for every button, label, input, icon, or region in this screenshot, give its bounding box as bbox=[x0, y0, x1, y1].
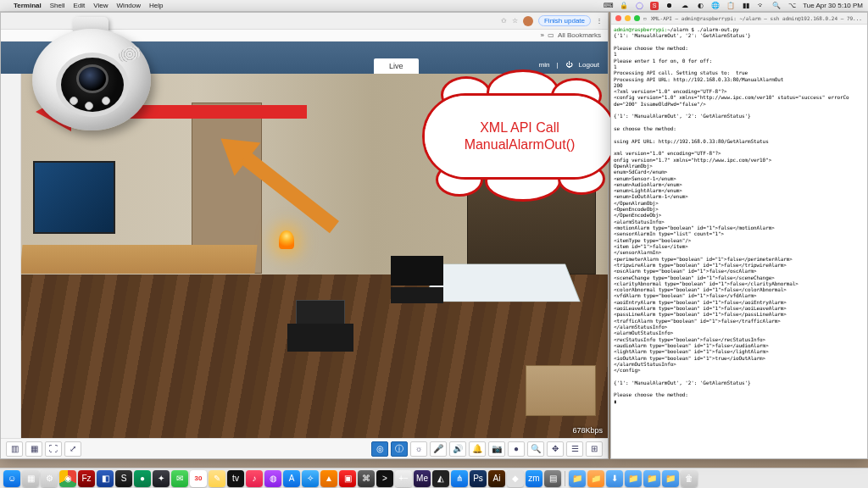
dock-trash[interactable]: 🗑 bbox=[681, 470, 698, 487]
dock-appstore[interactable]: A bbox=[283, 470, 300, 487]
folder-icon: ▭ bbox=[548, 31, 554, 39]
dock-illustrator[interactable]: Ai bbox=[488, 470, 505, 487]
lock-icon[interactable]: 🔒 bbox=[620, 2, 628, 10]
dock-vlc[interactable]: ▲ bbox=[320, 470, 337, 487]
snagit-icon[interactable]: S bbox=[650, 2, 659, 10]
close-icon[interactable] bbox=[615, 15, 621, 21]
menu-window[interactable]: Window bbox=[117, 2, 141, 9]
dock-folder-3[interactable]: 📁 bbox=[643, 470, 660, 487]
dock-terminal[interactable]: > bbox=[376, 470, 393, 487]
dock: ☺▦⚙◉Fz◧S●✦✉30✎tv♪◍A✧▲▣⌘>+−Me◭⋔PsAi◆zm▤📁📁… bbox=[0, 468, 868, 488]
dock-calculator[interactable]: +− bbox=[395, 470, 412, 487]
dock-notes[interactable]: ✎ bbox=[209, 470, 225, 487]
record-icon[interactable]: ● bbox=[508, 441, 525, 457]
alarm-out-icon[interactable]: 🔔 bbox=[469, 441, 486, 457]
stream-list-icon[interactable]: ▥ bbox=[6, 441, 23, 457]
desktop: ✩ ☆ Finish update ⋮ » ▭ All Bookmarks Li… bbox=[0, 12, 868, 468]
terminal-output[interactable]: admin@raspberrypi:~/alarm $ ./alarm-out.… bbox=[611, 25, 867, 458]
tab-live[interactable]: Live bbox=[374, 58, 419, 74]
speaker-icon[interactable]: 🔊 bbox=[449, 441, 466, 457]
maximize-icon[interactable] bbox=[634, 15, 640, 21]
camera-header: Live min | ⏻ Logout bbox=[1, 42, 608, 74]
dock-folder-2[interactable]: 📁 bbox=[625, 470, 642, 487]
mac-menubar: Terminal Shell Edit View Window Help ⌨ 🔒… bbox=[0, 0, 868, 12]
dock-finalcut[interactable]: ✦ bbox=[153, 470, 170, 487]
dock-folder-docs[interactable]: 📁 bbox=[569, 470, 586, 487]
dock-zoom[interactable]: zm bbox=[526, 470, 542, 487]
dock-podcasts[interactable]: ◍ bbox=[264, 470, 281, 487]
chevron-right-icon[interactable]: » bbox=[540, 31, 543, 39]
info-icon[interactable]: ⓘ bbox=[391, 441, 408, 457]
live-video[interactable]: 678Kbps bbox=[21, 74, 608, 438]
dock-unknown-1[interactable]: ◧ bbox=[97, 470, 114, 487]
terminal-titlebar: ▭ XML-API — admin@raspberrypi: ~/alarm —… bbox=[611, 13, 867, 25]
alarm-lamp bbox=[279, 230, 294, 249]
dock-appletv[interactable]: tv bbox=[227, 470, 244, 487]
app-name[interactable]: Terminal bbox=[14, 2, 42, 9]
aspect-icon[interactable]: ⛶ bbox=[45, 441, 62, 457]
admin-link[interactable]: min bbox=[539, 61, 550, 69]
finish-update-button[interactable]: Finish update bbox=[538, 15, 591, 26]
bookmark-star-icon[interactable]: ✩ bbox=[501, 17, 507, 25]
control-center-icon[interactable]: ⌥ bbox=[787, 2, 796, 10]
profile-avatar[interactable] bbox=[523, 16, 533, 26]
dock-ivms[interactable]: ▣ bbox=[339, 470, 356, 487]
grid-icon[interactable]: ⊞ bbox=[586, 441, 603, 457]
dock-media-encoder[interactable]: Me bbox=[414, 470, 431, 487]
layout-icon[interactable]: ▦ bbox=[25, 441, 42, 457]
dock-music[interactable]: ♪ bbox=[246, 470, 263, 487]
loom-icon[interactable]: ◯ bbox=[635, 2, 643, 10]
dock-camtasia[interactable]: ● bbox=[134, 470, 151, 487]
clipboard-icon[interactable]: 📋 bbox=[726, 2, 735, 10]
dewarp-icon[interactable]: ◎ bbox=[371, 441, 388, 457]
snapshot-icon[interactable]: 📷 bbox=[488, 441, 505, 457]
dock-calendar[interactable]: 30 bbox=[190, 470, 207, 487]
menu-help[interactable]: Help bbox=[149, 2, 163, 9]
dock-photoshop[interactable]: Ps bbox=[470, 470, 487, 487]
dock-folder-4[interactable]: 📁 bbox=[662, 470, 679, 487]
ptz-icon[interactable]: ✥ bbox=[547, 441, 564, 457]
light-icon[interactable]: ☼ bbox=[410, 441, 427, 457]
browser-toolbar: ✩ ☆ Finish update ⋮ bbox=[1, 13, 608, 30]
dock-chrome[interactable]: ◉ bbox=[59, 470, 76, 487]
left-rail[interactable] bbox=[1, 74, 21, 438]
terminal-window: ▭ XML-API — admin@raspberrypi: ~/alarm —… bbox=[610, 12, 868, 459]
search-icon[interactable]: 🔍 bbox=[772, 2, 781, 10]
zoom-icon[interactable]: 🔍 bbox=[527, 441, 544, 457]
overflow-menu-icon[interactable]: ⋮ bbox=[596, 17, 603, 25]
screen-record-icon[interactable]: ⏺ bbox=[665, 2, 674, 10]
wifi-icon[interactable]: ᯤ bbox=[757, 2, 765, 10]
dock-vscode[interactable]: ⋔ bbox=[451, 470, 468, 487]
fullscreen-icon[interactable]: ⤢ bbox=[64, 441, 81, 457]
adobe-cc-icon[interactable]: ☁ bbox=[681, 2, 689, 10]
dock-utility-1[interactable]: ⌘ bbox=[358, 470, 375, 487]
dock-settings[interactable]: ⚙ bbox=[41, 470, 58, 487]
dock-filezilla[interactable]: Fz bbox=[78, 470, 95, 487]
dock-safari[interactable]: ✧ bbox=[302, 470, 319, 487]
gauge-icon[interactable]: ◐ bbox=[696, 2, 704, 10]
mic-icon[interactable]: 🎤 bbox=[430, 441, 447, 457]
dock-finder[interactable]: ☺ bbox=[3, 470, 20, 487]
folder-icon: ▭ bbox=[643, 15, 647, 21]
dock-snagit[interactable]: S bbox=[115, 470, 132, 487]
settings-icon[interactable]: ☰ bbox=[566, 441, 583, 457]
bookmarks-bar: » ▭ All Bookmarks bbox=[1, 30, 608, 42]
menu-shell[interactable]: Shell bbox=[50, 2, 65, 9]
dock-folder-downloads[interactable]: ⬇ bbox=[606, 470, 623, 487]
menu-edit[interactable]: Edit bbox=[74, 2, 86, 9]
minimize-icon[interactable] bbox=[625, 15, 631, 21]
menubar-clock[interactable]: Tue Apr 30 5:10 PM bbox=[803, 2, 863, 9]
logout-link[interactable]: Logout bbox=[579, 61, 599, 69]
dock-messages[interactable]: ✉ bbox=[171, 470, 188, 487]
earth-icon[interactable]: 🌐 bbox=[711, 2, 720, 10]
bookmark-star-filled-icon[interactable]: ☆ bbox=[512, 17, 518, 25]
all-bookmarks-link[interactable]: All Bookmarks bbox=[558, 31, 601, 39]
menu-view[interactable]: View bbox=[93, 2, 108, 9]
dock-folder-orange[interactable]: 📁 bbox=[587, 470, 604, 487]
keyboard-icon[interactable]: ⌨ bbox=[604, 2, 613, 10]
dock-roblox[interactable]: ◆ bbox=[507, 470, 524, 487]
dock-unity[interactable]: ◭ bbox=[432, 470, 449, 487]
dock-cctv-tool[interactable]: ▤ bbox=[544, 470, 561, 487]
battery-icon[interactable]: ▮▮ bbox=[742, 2, 750, 10]
dock-launchpad[interactable]: ▦ bbox=[22, 470, 39, 487]
